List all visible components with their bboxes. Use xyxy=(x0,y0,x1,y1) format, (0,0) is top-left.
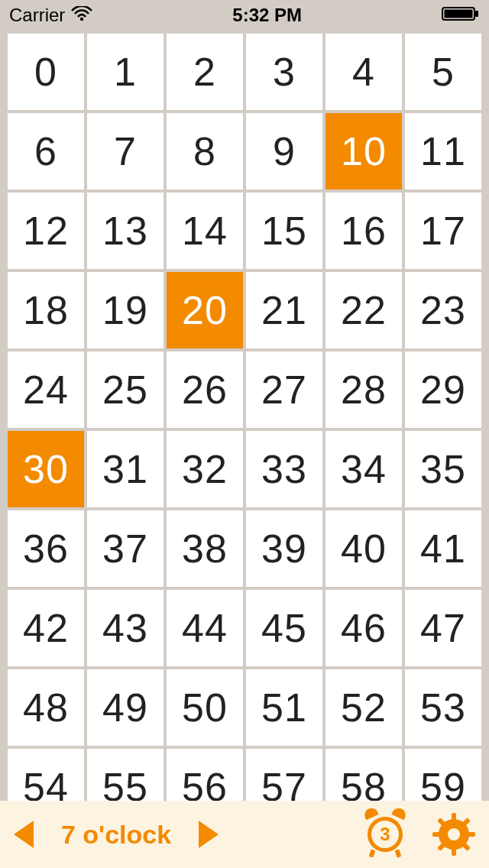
prev-hour-button[interactable] xyxy=(14,821,34,848)
minute-cell-0[interactable]: 0 xyxy=(8,34,84,110)
minute-cell-27[interactable]: 27 xyxy=(246,351,322,428)
minute-cell-31[interactable]: 31 xyxy=(87,431,164,507)
status-time: 5:32 PM xyxy=(232,5,302,26)
minute-cell-8[interactable]: 8 xyxy=(167,113,243,189)
minute-cell-30[interactable]: 30 xyxy=(8,431,84,507)
svg-rect-7 xyxy=(452,848,456,856)
minute-cell-4[interactable]: 4 xyxy=(325,34,402,110)
minute-grid-wrap: 0123456789101112131415161718192021222324… xyxy=(0,31,489,825)
minute-cell-45[interactable]: 45 xyxy=(246,590,322,666)
toolbar: 7 o'clock 3 xyxy=(0,801,489,868)
minute-cell-18[interactable]: 18 xyxy=(8,272,84,348)
minute-cell-16[interactable]: 16 xyxy=(325,193,402,269)
minute-cell-24[interactable]: 24 xyxy=(8,351,84,428)
battery-icon xyxy=(442,5,480,26)
minute-cell-13[interactable]: 13 xyxy=(87,193,164,269)
alarm-clock-icon xyxy=(369,849,376,857)
minute-cell-6[interactable]: 6 xyxy=(8,113,84,189)
svg-point-5 xyxy=(448,828,460,840)
minute-cell-28[interactable]: 28 xyxy=(325,351,402,428)
svg-rect-8 xyxy=(432,832,440,837)
minute-cell-38[interactable]: 38 xyxy=(167,510,243,587)
minute-cell-25[interactable]: 25 xyxy=(87,351,164,428)
status-bar-left: Carrier xyxy=(9,5,92,26)
hour-label[interactable]: 7 o'clock xyxy=(55,820,177,850)
settings-button[interactable] xyxy=(432,813,475,856)
wifi-icon xyxy=(71,5,92,26)
alarm-clock-icon xyxy=(362,806,378,820)
minute-cell-20[interactable]: 20 xyxy=(167,272,243,348)
alarm-clock-icon xyxy=(391,806,407,820)
minute-cell-11[interactable]: 11 xyxy=(405,113,481,189)
alarm-clock-icon xyxy=(395,849,402,857)
minute-cell-36[interactable]: 36 xyxy=(8,510,84,587)
minute-cell-42[interactable]: 42 xyxy=(8,590,84,666)
minute-cell-1[interactable]: 1 xyxy=(87,34,164,110)
minute-cell-44[interactable]: 44 xyxy=(167,590,243,666)
minute-cell-26[interactable]: 26 xyxy=(167,351,243,428)
status-bar: Carrier 5:32 PM xyxy=(0,0,489,31)
svg-point-0 xyxy=(80,18,83,21)
minute-cell-5[interactable]: 5 xyxy=(405,34,481,110)
minute-cell-48[interactable]: 48 xyxy=(8,669,84,746)
minute-cell-33[interactable]: 33 xyxy=(246,431,322,507)
alarms-button[interactable]: 3 xyxy=(361,810,410,859)
minute-cell-21[interactable]: 21 xyxy=(246,272,322,348)
minute-cell-2[interactable]: 2 xyxy=(167,34,243,110)
minute-cell-7[interactable]: 7 xyxy=(87,113,164,189)
minute-cell-37[interactable]: 37 xyxy=(87,510,164,587)
minute-cell-53[interactable]: 53 xyxy=(405,669,481,746)
minute-cell-32[interactable]: 32 xyxy=(167,431,243,507)
minute-cell-49[interactable]: 49 xyxy=(87,669,164,746)
minute-cell-29[interactable]: 29 xyxy=(405,351,481,428)
carrier-label: Carrier xyxy=(9,5,65,26)
alarm-count: 3 xyxy=(380,824,390,845)
minute-cell-22[interactable]: 22 xyxy=(325,272,402,348)
minute-cell-47[interactable]: 47 xyxy=(405,590,481,666)
alarm-count-badge: 3 xyxy=(368,817,403,852)
minute-cell-3[interactable]: 3 xyxy=(246,34,322,110)
hour-stepper: 7 o'clock xyxy=(14,820,219,850)
minute-cell-39[interactable]: 39 xyxy=(246,510,322,587)
minute-cell-51[interactable]: 51 xyxy=(246,669,322,746)
minute-cell-52[interactable]: 52 xyxy=(325,669,402,746)
minute-cell-14[interactable]: 14 xyxy=(167,193,243,269)
minute-grid: 0123456789101112131415161718192021222324… xyxy=(8,34,481,825)
svg-rect-3 xyxy=(475,11,478,17)
minute-cell-12[interactable]: 12 xyxy=(8,193,84,269)
minute-cell-40[interactable]: 40 xyxy=(325,510,402,587)
minute-cell-35[interactable]: 35 xyxy=(405,431,481,507)
minute-cell-9[interactable]: 9 xyxy=(246,113,322,189)
minute-cell-19[interactable]: 19 xyxy=(87,272,164,348)
minute-cell-34[interactable]: 34 xyxy=(325,431,402,507)
minute-cell-15[interactable]: 15 xyxy=(246,193,322,269)
minute-cell-46[interactable]: 46 xyxy=(325,590,402,666)
minute-cell-43[interactable]: 43 xyxy=(87,590,164,666)
next-hour-button[interactable] xyxy=(199,821,219,848)
minute-cell-50[interactable]: 50 xyxy=(167,669,243,746)
minute-cell-23[interactable]: 23 xyxy=(405,272,481,348)
svg-rect-9 xyxy=(468,832,475,837)
minute-cell-10[interactable]: 10 xyxy=(325,113,402,189)
minute-cell-17[interactable]: 17 xyxy=(405,193,481,269)
gear-icon xyxy=(432,813,475,856)
svg-rect-6 xyxy=(452,813,456,821)
svg-rect-2 xyxy=(444,10,472,18)
minute-cell-41[interactable]: 41 xyxy=(405,510,481,587)
